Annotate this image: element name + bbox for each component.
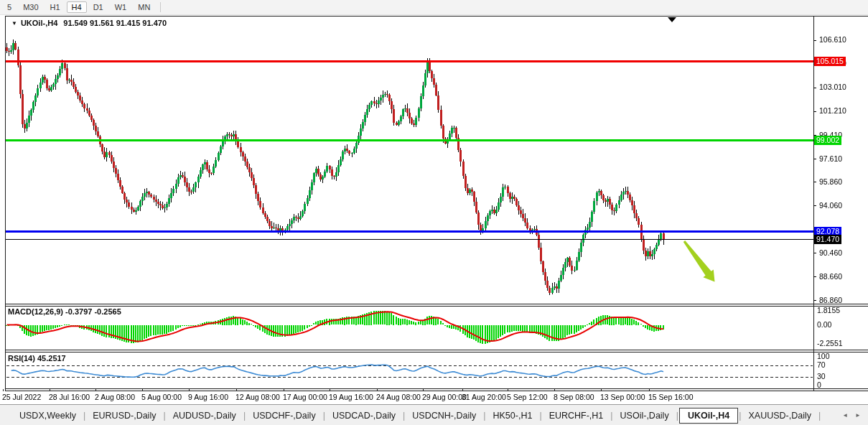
tab-usdcnh-daily[interactable]: USDCNH-,Daily: [406, 408, 482, 424]
tab-scroll-right-icon[interactable]: ►: [855, 412, 861, 419]
tab-xauusd-daily[interactable]: XAUUSD-,Daily: [742, 408, 818, 424]
rsi-label: RSI(14) 45.2517: [8, 354, 66, 363]
macd-name: MACD(12,26,9): [8, 307, 63, 316]
tab-usdx-weekly[interactable]: USDX,Weekly: [13, 408, 83, 424]
panel-separator[interactable]: [5, 352, 868, 352]
rsi-scale-label: 70: [817, 360, 826, 369]
timeframe-button-w1[interactable]: W1: [110, 1, 132, 13]
resistance-line-badge: 105.015: [814, 57, 846, 66]
rsi-scale-label: 30: [817, 372, 826, 380]
rsi-scale-label: 100: [817, 352, 830, 360]
price-tick-label: 106.610: [819, 35, 846, 44]
resistance-line[interactable]: [6, 60, 813, 62]
tab-usoil-daily[interactable]: USOil-,Daily: [614, 408, 676, 424]
time-tick-mark: [330, 389, 330, 391]
price-tick-mark: [813, 40, 816, 41]
tab-hk50-h1[interactable]: HK50-,H1: [486, 408, 538, 424]
time-label: 2 Aug 08:00: [95, 393, 135, 401]
time-tick-mark: [462, 389, 463, 391]
time-label: 17 Aug 00:00: [283, 393, 327, 401]
timeframe-button-h4[interactable]: H4: [67, 1, 87, 13]
timeframe-button-d1[interactable]: D1: [88, 1, 108, 13]
support-line-low[interactable]: [6, 230, 813, 233]
time-label: 12 Aug 08:00: [235, 393, 280, 401]
time-label: 25 Jul 2022: [2, 393, 41, 401]
time-label: 28 Jul 16:00: [49, 393, 90, 401]
timeframe-button-mn[interactable]: MN: [133, 1, 155, 13]
time-label: 8 Sep 08:00: [554, 393, 594, 401]
price-tick-mark: [813, 300, 816, 301]
time-label: 5 Sep 12:00: [507, 393, 548, 401]
price-tick-label: 94.060: [819, 201, 842, 210]
tab-usdchf-daily[interactable]: USDCHF-,Daily: [246, 408, 322, 424]
tab-eurusd-daily[interactable]: EURUSD-,Daily: [86, 408, 162, 424]
macd-values: -0.3797 -0.2565: [65, 307, 121, 316]
time-label: 15 Sep 16:00: [648, 393, 693, 401]
tab-eurchf-h1[interactable]: EURCHF-,H1: [543, 408, 610, 424]
time-tick-mark: [142, 389, 143, 391]
chart-symbol-label: UKOil-,H4: [21, 19, 57, 27]
panel-separator[interactable]: [5, 304, 868, 304]
price-tick-mark: [813, 276, 816, 277]
tab-usdcad-daily[interactable]: USDCAD-,Daily: [326, 408, 402, 424]
panel-separator: [5, 388, 868, 389]
macd-scale-label: 1.8155: [817, 306, 840, 314]
time-label: 29 Aug 00:00: [422, 393, 467, 401]
tab-scroll-left-icon[interactable]: ◄: [842, 412, 848, 419]
time-tick-mark: [189, 389, 190, 391]
rsi-name: RSI(14): [8, 354, 35, 363]
panel-separator[interactable]: [5, 306, 868, 307]
time-label: 5 Aug 00:00: [141, 393, 182, 401]
price-tick-mark: [813, 111, 816, 112]
timeframe-button-5[interactable]: 5: [2, 1, 17, 13]
price-tick-mark: [813, 88, 816, 88]
time-tick-mark: [284, 389, 284, 391]
tab-ukoil-h4[interactable]: UKOil-,H4: [679, 408, 738, 424]
macd-scale-label: 0.00: [817, 320, 831, 329]
chart-title: ▼UKOil-,H491.549 91.561 91.415 91.470: [11, 19, 167, 27]
support-line-mid-badge: 99.002: [814, 136, 841, 145]
price-tick-label: 88.660: [819, 272, 842, 281]
toolbar-separator: [160, 2, 161, 12]
macd-scale-label: -2.2551: [817, 339, 843, 347]
price-tick-label: 103.010: [819, 83, 846, 91]
macd-label: MACD(12,26,9) -0.3797 -0.2565: [8, 307, 121, 316]
chart-canvas[interactable]: [6, 17, 813, 389]
price-tick-label: 97.610: [819, 154, 842, 163]
time-tick-mark: [95, 389, 96, 391]
price-tick-mark: [813, 159, 816, 159]
chart-quotes: 91.549 91.561 91.415 91.470: [63, 19, 167, 27]
time-tick-mark: [508, 389, 508, 391]
instrument-tabbar: USDX,Weekly|EURUSD-,Daily|AUDUSD-,Daily|…: [0, 404, 868, 425]
tab-separator: |: [818, 411, 821, 421]
timeframe-button-m30[interactable]: M30: [18, 1, 43, 13]
support-line-mid[interactable]: [6, 139, 813, 141]
timeframe-button-h1[interactable]: H1: [45, 1, 65, 13]
time-label: 19 Aug 16:00: [329, 393, 373, 401]
current-price-line: [6, 239, 813, 240]
time-tick-mark: [423, 389, 424, 391]
price-tick-label: 90.460: [819, 248, 842, 257]
timeframe-toolbar[interactable]: 5M30H1H4D1W1MN: [0, 0, 868, 15]
time-label: 24 Aug 08:00: [376, 393, 421, 401]
time-tick-mark: [649, 389, 650, 391]
price-tick-label: 95.860: [819, 177, 842, 186]
time-tick-mark: [377, 389, 378, 391]
time-tick-mark: [554, 389, 555, 391]
time-tick-mark: [601, 389, 602, 391]
chart-dropdown-icon[interactable]: ▼: [11, 20, 17, 27]
price-scale-divider: [813, 16, 814, 391]
time-tick-mark: [3, 389, 4, 391]
price-tick-mark: [813, 253, 816, 253]
current-price-line-badge: 91.470: [814, 235, 841, 244]
price-tick-mark: [813, 182, 816, 182]
rsi-value: 45.2517: [37, 354, 66, 363]
rsi-scale-label: 0: [817, 380, 821, 389]
time-tick-mark: [236, 389, 237, 391]
tab-audusd-daily[interactable]: AUDUSD-,Daily: [167, 408, 243, 424]
time-label: 9 Aug 16:00: [188, 393, 228, 401]
panel-separator[interactable]: [5, 350, 868, 350]
price-tick-label: 101.210: [819, 106, 846, 115]
time-tick-mark: [50, 389, 50, 391]
time-label: 31 Aug 20:00: [462, 393, 506, 401]
